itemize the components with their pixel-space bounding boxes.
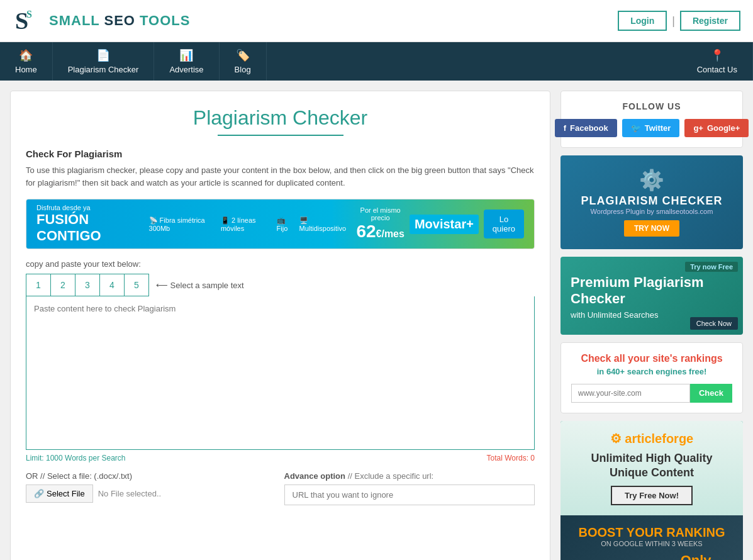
premium-check-button[interactable]: Check Now	[690, 317, 738, 330]
paste-label: copy and paste your text below:	[26, 259, 535, 269]
rankings-title: Check all your site's rankings	[571, 353, 732, 364]
ad-banner: Disfruta desde ya FUSIÓN CONTIGO 📡 Fibra…	[26, 199, 535, 249]
sample-tab-2[interactable]: 2	[50, 274, 75, 296]
sample-text-label: ⟵ Select a sample text	[156, 281, 244, 290]
article-price: Only $15.00	[659, 552, 733, 560]
wordpress-icon: ⚙️	[573, 168, 730, 192]
login-button[interactable]: Login	[618, 11, 667, 31]
file-name-display: No File selected..	[98, 489, 161, 498]
article-try-button[interactable]: Try Free Now!	[611, 486, 693, 505]
twitter-icon: 🐦	[631, 123, 641, 133]
wp-sub: Wordpress Plugin by smallseotools.com	[573, 208, 730, 215]
wp-title: PLAGIARISM CHECKER	[573, 194, 730, 208]
sample-tabs-row: 1 2 3 4 5 ⟵ Select a sample text	[26, 274, 535, 296]
rankings-input-row: Check	[571, 384, 732, 403]
file-label: OR // Select a file: (.docx/.txt)	[26, 471, 277, 481]
logo-icon: S S	[13, 5, 44, 36]
premium-title: Premium Plagiarism Checker	[571, 274, 733, 308]
follow-title: FOLLOW US	[571, 101, 732, 111]
free-label: free!	[689, 367, 706, 376]
article-bottom: BOOST YOUR RANKING ON GOOGLE WITHIN 3 WE…	[561, 515, 743, 560]
twitter-button[interactable]: 🐦 Twitter	[622, 119, 680, 137]
articleforge-banner: ⚙ articleforge Unlimited High Quality Un…	[561, 421, 743, 560]
auth-section: Login | Register	[618, 11, 740, 31]
sample-tab-4[interactable]: 4	[99, 274, 125, 296]
url-input[interactable]	[284, 484, 535, 505]
sidebar: FOLLOW US f Facebook 🐦 Twitter g+ Google…	[561, 91, 743, 560]
file-section: OR // Select a file: (.docx/.txt) 🔗 Sele…	[26, 471, 277, 505]
movistar-cta[interactable]: Lo quiero	[484, 210, 524, 238]
chart-icon: 📊	[179, 48, 193, 62]
social-buttons: f Facebook 🐦 Twitter g+ Google+	[571, 119, 732, 137]
movistar-text: Disfruta desde ya FUSIÓN CONTIGO	[36, 204, 142, 244]
title-divider	[218, 135, 343, 136]
nav-item-plagiarism[interactable]: 📄 Plagiarism Checker	[53, 42, 155, 81]
nav: 🏠 Home 📄 Plagiarism Checker 📊 Advertise …	[0, 42, 753, 81]
check-description: To use this plagiarism checker, please c…	[26, 164, 535, 189]
logo-text: SMALL SEO TOOLS	[49, 13, 190, 29]
facebook-icon: f	[564, 123, 566, 133]
nav-label-advertise: Advertise	[169, 65, 203, 74]
logo[interactable]: S S SMALL SEO TOOLS	[13, 5, 190, 36]
sample-tab-5[interactable]: 5	[124, 274, 149, 296]
plagiarism-textarea[interactable]	[26, 296, 534, 447]
rankings-sub: in 640+ search engines free!	[571, 367, 732, 376]
movistar-ad[interactable]: Disfruta desde ya FUSIÓN CONTIGO 📡 Fibra…	[26, 199, 534, 249]
tag-icon: 🏷️	[236, 48, 250, 62]
nav-item-contact[interactable]: 📍 Contact Us	[682, 42, 753, 81]
file-url-row: OR // Select a file: (.docx/.txt) 🔗 Sele…	[26, 471, 535, 505]
limit-label: Limit: 1000 Words per Search	[26, 454, 126, 462]
wp-try-now-button[interactable]: TRY NOW	[624, 220, 679, 237]
url-label: Advance option // Exclude a specific url…	[284, 471, 535, 481]
home-icon: 🏠	[19, 48, 33, 62]
main-content: Plagiarism Checker Check For Plagiarism …	[10, 91, 550, 560]
words-count: Total Words: 0	[487, 454, 535, 462]
check-heading: Check For Plagiarism	[26, 148, 535, 159]
article-boost-sub: ON GOOGLE WITHIN 3 WEEKS	[571, 540, 733, 547]
googleplus-icon: g+	[693, 123, 703, 133]
auth-separator: |	[672, 14, 675, 28]
url-section: Advance option // Exclude a specific url…	[284, 471, 535, 505]
svg-text:S: S	[26, 9, 32, 20]
register-button[interactable]: Register	[680, 11, 740, 31]
premium-try-label: Try now Free	[685, 262, 738, 272]
article-subtitle: Unlimited High Quality Unique Content	[571, 451, 733, 481]
movistar-features: 📡 Fibra simétrica 300Mb 📱 2 líneas móvil…	[149, 216, 349, 232]
facebook-button[interactable]: f Facebook	[555, 119, 617, 137]
select-file-button[interactable]: 🔗 Select File	[26, 484, 93, 503]
wordpress-banner: ⚙️ PLAGIARISM CHECKER Wordpress Plugin b…	[561, 155, 743, 249]
article-logo: ⚙ articleforge	[571, 431, 733, 446]
premium-banner: Try now Free Premium Plagiarism Checker …	[561, 257, 743, 335]
page-title: Plagiarism Checker	[26, 106, 535, 130]
nav-label-blog: Blog	[235, 65, 251, 74]
sample-tab-1[interactable]: 1	[26, 274, 51, 296]
header: S S SMALL SEO TOOLS Login | Register	[0, 0, 753, 42]
document-icon: 📄	[96, 48, 110, 62]
location-icon: 📍	[710, 48, 724, 62]
article-footer-row: 100's of POSITIVE REVIEWS Only $15.00	[571, 552, 733, 560]
movistar-brand: Movistar+	[410, 215, 479, 234]
article-icon: ⚙	[610, 432, 622, 445]
movistar-price-label: Por el mismo precio 62€/mes	[356, 206, 404, 242]
rankings-box: Check all your site's rankings in 640+ s…	[561, 342, 743, 413]
article-boost: BOOST YOUR RANKING	[571, 525, 733, 540]
googleplus-button[interactable]: g+ Google+	[684, 119, 749, 137]
file-input-row: 🔗 Select File No File selected..	[26, 484, 277, 503]
movistar-price-section: Por el mismo precio 62€/mes Movistar+ Lo…	[356, 206, 524, 242]
nav-label-contact: Contact Us	[697, 65, 737, 74]
page-layout: Plagiarism Checker Check For Plagiarism …	[0, 81, 753, 560]
stats-bar: Limit: 1000 Words per Search Total Words…	[26, 450, 535, 466]
follow-us-box: FOLLOW US f Facebook 🐦 Twitter g+ Google…	[561, 91, 743, 148]
article-top: ⚙ articleforge Unlimited High Quality Un…	[561, 421, 743, 515]
paperclip-icon: 🔗	[34, 489, 44, 498]
sample-tab-3[interactable]: 3	[75, 274, 100, 296]
nav-label-home: Home	[15, 65, 37, 74]
nav-spacer	[267, 42, 682, 81]
rankings-check-button[interactable]: Check	[690, 384, 732, 403]
nav-item-home[interactable]: 🏠 Home	[0, 42, 53, 81]
rankings-input[interactable]	[571, 384, 690, 403]
textarea-wrapper	[26, 296, 535, 450]
nav-label-plagiarism: Plagiarism Checker	[68, 65, 139, 74]
nav-item-advertise[interactable]: 📊 Advertise	[154, 42, 219, 81]
nav-item-blog[interactable]: 🏷️ Blog	[220, 42, 267, 81]
